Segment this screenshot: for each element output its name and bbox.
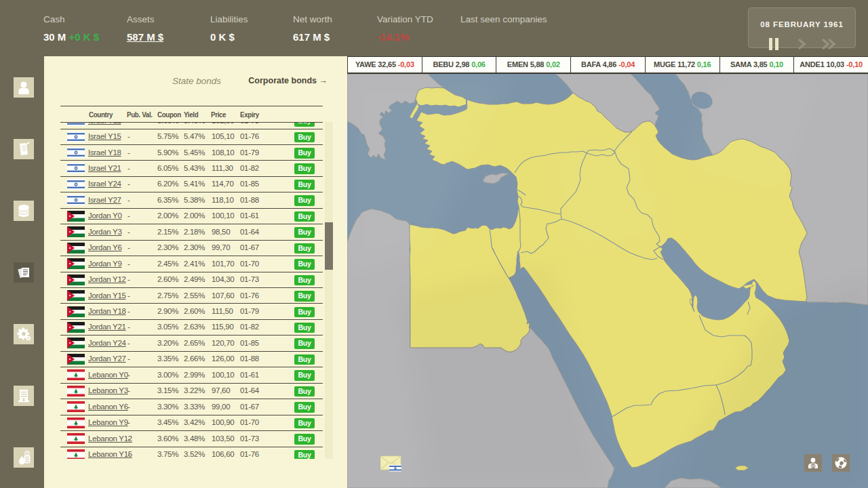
svg-text:$: $ (812, 464, 814, 469)
